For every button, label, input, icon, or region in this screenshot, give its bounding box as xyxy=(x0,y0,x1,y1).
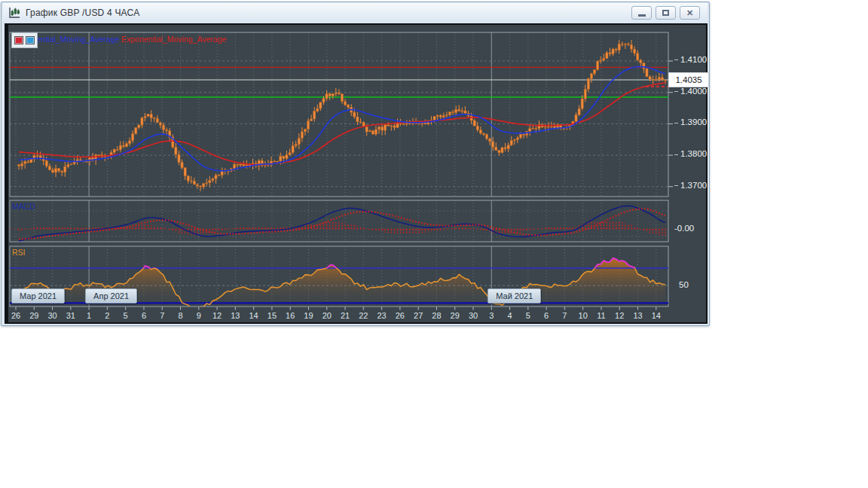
x-axis-label: 6 xyxy=(536,311,556,320)
rsi-axis-label: 50 xyxy=(679,280,689,289)
x-axis-label: 29 xyxy=(445,311,465,320)
price-axis-label: 1.4000 xyxy=(674,87,709,96)
x-axis-label: 6 xyxy=(134,311,154,320)
close-icon: ✕ xyxy=(686,9,693,17)
x-axis-label: 5 xyxy=(116,311,136,320)
x-axis-label: 1 xyxy=(79,311,99,320)
price-macd-rsi-chart[interactable] xyxy=(8,25,706,320)
x-axis-label: 4 xyxy=(500,311,520,320)
x-axis-label: 9 xyxy=(189,311,209,320)
x-axis-label: 14 xyxy=(244,311,264,320)
minimize-icon xyxy=(638,14,646,17)
x-axis-label: 26 xyxy=(390,311,410,320)
chart-area[interactable]: Exponential_Moving_Average Exponential_M… xyxy=(8,25,706,322)
x-axis-label: 7 xyxy=(152,311,172,320)
legend-label-ema-slow: Exponential_Moving_Average xyxy=(121,35,226,44)
x-axis-label: 27 xyxy=(408,311,428,320)
month-button[interactable]: Май 2021 xyxy=(487,288,541,303)
x-axis-label: 28 xyxy=(426,311,446,320)
legend-red-square-button[interactable] xyxy=(14,36,23,44)
x-axis-label: 14 xyxy=(646,311,666,320)
rsi-label: RSI xyxy=(12,248,26,257)
x-axis-label: 22 xyxy=(353,311,373,320)
price-axis-label: 1.3800 xyxy=(674,149,709,158)
x-axis-label: 29 xyxy=(24,311,44,320)
candlestick-chart-icon xyxy=(8,7,20,19)
x-axis-label: 2 xyxy=(97,311,117,320)
x-axis-label: 23 xyxy=(372,311,392,320)
window-title: График GBP /USD 4 ЧАСА xyxy=(26,8,139,18)
minimize-button[interactable] xyxy=(631,6,652,20)
chart-client: Exponential_Moving_Average Exponential_M… xyxy=(5,23,708,324)
macd-axis-label: -0.00 xyxy=(674,224,694,233)
chart-window: График GBP /USD 4 ЧАСА ✕ Exponential_Mov… xyxy=(1,2,710,326)
x-axis-label: 12 xyxy=(207,311,227,320)
legend-blue-square-button[interactable] xyxy=(26,36,35,44)
restore-icon xyxy=(662,10,669,16)
x-axis-label: 7 xyxy=(555,311,574,320)
x-axis-label: 13 xyxy=(225,311,245,320)
x-axis-label: 10 xyxy=(573,311,593,320)
macd-label: MACD xyxy=(12,202,35,211)
x-axis-label: 20 xyxy=(317,311,337,320)
x-axis-label: 30 xyxy=(43,311,63,320)
x-axis-label: 13 xyxy=(628,311,648,320)
x-axis-label: 8 xyxy=(171,311,191,320)
month-button[interactable]: Апр 2021 xyxy=(85,288,137,303)
x-axis-label: 30 xyxy=(463,311,483,320)
title-bar[interactable]: График GBP /USD 4 ЧАСА ✕ xyxy=(3,3,708,23)
current-price-box: 1.4035 xyxy=(668,72,709,87)
restore-button[interactable] xyxy=(656,6,676,20)
x-axis-label: 16 xyxy=(280,311,300,320)
x-axis-label: 21 xyxy=(335,311,355,320)
x-axis-label: 26 xyxy=(6,311,26,320)
month-button[interactable]: Мар 2021 xyxy=(11,288,65,303)
price-axis-label: 1.3700 xyxy=(674,181,709,190)
x-axis-label: 11 xyxy=(591,311,611,320)
x-axis-label: 3 xyxy=(481,311,501,320)
x-axis-label: 15 xyxy=(262,311,282,320)
x-axis-label: 19 xyxy=(298,311,318,320)
x-axis-label: 31 xyxy=(61,311,81,320)
price-axis-label: 1.4100 xyxy=(674,55,709,64)
x-axis-label: 12 xyxy=(610,311,629,320)
price-axis-label: 1.3900 xyxy=(674,117,709,127)
x-axis-label: 5 xyxy=(518,311,538,320)
legend-buttons-panel xyxy=(11,32,38,48)
close-button[interactable]: ✕ xyxy=(680,6,700,20)
